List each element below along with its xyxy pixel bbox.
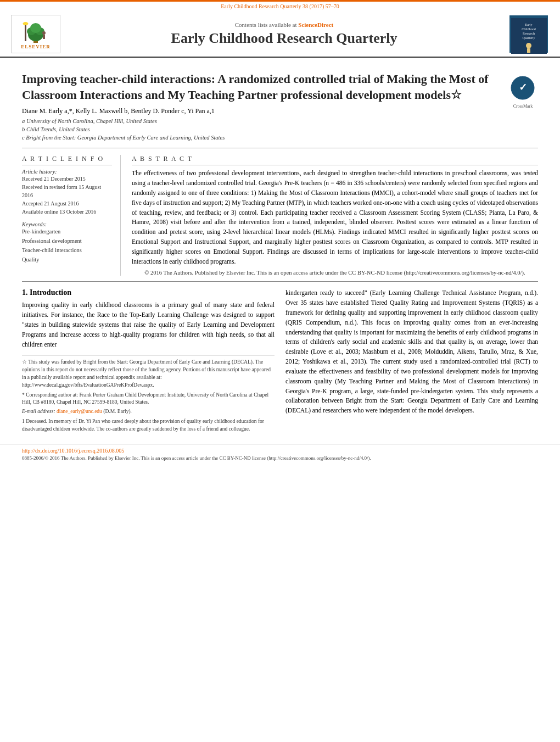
- svg-text:Childhood: Childhood: [522, 27, 535, 31]
- doi-link[interactable]: http://dx.doi.org/10.1016/j.ecresq.2016.…: [22, 448, 124, 454]
- main-content: Improving teacher-child interactions: A …: [0, 58, 560, 438]
- crossmark-icon: ✓: [511, 76, 535, 101]
- abstract-title: A B S T R A C T: [132, 155, 538, 165]
- journal-title-header: Early Childhood Research Quarterly: [60, 30, 508, 47]
- journal-top-info: Early Childhood Research Quarterly 38 (2…: [0, 2, 560, 10]
- svg-text:Early: Early: [525, 23, 532, 26]
- affiliation-a: a University of North Carolina, Chapel H…: [22, 118, 508, 126]
- crossmark-block: ✓ CrossMark: [508, 71, 538, 109]
- abstract-col: A B S T R A C T The effectiveness of two…: [132, 155, 538, 276]
- journal-header: ELSEVIER Contents lists available at Sci…: [0, 10, 560, 58]
- keywords-block: Keywords: Pre-kindergarten Professional …: [22, 221, 112, 264]
- keywords-label: Keywords:: [22, 221, 112, 227]
- copyright-line: © 2016 The Authors. Published by Elsevie…: [132, 270, 538, 276]
- journal-logo-right: Early Childhood Research Quarterly: [508, 15, 549, 53]
- available-date: Available online 13 October 2016: [22, 208, 112, 216]
- article-title: Improving teacher-child interactions: A …: [22, 71, 508, 103]
- section-1-left-text: Improving quality in early childhood cla…: [22, 300, 275, 349]
- affiliation-c: c Bright from the Start: Georgia Departm…: [22, 134, 508, 142]
- keyword-2: Professional development: [22, 237, 112, 246]
- section-1-right-text: kindergarten ready to succeed" (Early Le…: [285, 288, 538, 416]
- affiliation-b: b Child Trends, United States: [22, 126, 508, 134]
- keyword-4: Quality: [22, 255, 112, 265]
- sciencedirect-line: Contents lists available at ScienceDirec…: [60, 21, 508, 28]
- journal-citation: Early Childhood Research Quarterly 38 (2…: [221, 3, 339, 9]
- section-1-heading: 1. Introduction: [22, 288, 275, 297]
- abstract-text: The effectiveness of two professional de…: [132, 169, 538, 266]
- footnote-corresponding: * Corresponding author at: Frank Porter …: [22, 392, 275, 407]
- accepted-date: Accepted 21 August 2016: [22, 199, 112, 208]
- svg-text:Quarterly: Quarterly: [522, 36, 535, 40]
- doi-line: http://dx.doi.org/10.1016/j.ecresq.2016.…: [22, 448, 538, 454]
- article-two-col: A R T I C L E I N F O Article history: R…: [22, 155, 538, 282]
- svg-point-7: [42, 31, 46, 35]
- page-footer: http://dx.doi.org/10.1016/j.ecresq.2016.…: [0, 444, 560, 463]
- abstract-body-text: The effectiveness of two professional de…: [132, 170, 538, 264]
- footnote-email: E-mail address: diane_early@unc.edu (D.M…: [22, 408, 275, 416]
- footnote-star-text: ☆ This study was funded by Bright from t…: [22, 359, 271, 387]
- sciencedirect-link[interactable]: ScienceDirect: [298, 21, 333, 28]
- email-link[interactable]: diane_early@unc.edu: [57, 409, 102, 414]
- footnote-1: 1 Deceased. In memory of Dr. Yi Pan who …: [22, 418, 275, 433]
- keywords-list: Pre-kindergarten Professional developmen…: [22, 227, 112, 264]
- article-title-section: Improving teacher-child interactions: A …: [22, 63, 538, 148]
- keyword-3: Teacher-child interactions: [22, 246, 112, 255]
- footnote-star: ☆ This study was funded by Bright from t…: [22, 359, 275, 389]
- article-info-col: A R T I C L E I N F O Article history: R…: [22, 155, 121, 276]
- svg-point-6: [23, 22, 29, 25]
- revised-date: Received in revised form 15 August 2016: [22, 183, 112, 199]
- svg-text:✓: ✓: [519, 82, 527, 93]
- elsevier-text: ELSEVIER: [21, 44, 51, 49]
- article-info-title: A R T I C L E I N F O: [22, 155, 112, 165]
- svg-point-14: [526, 43, 531, 48]
- keyword-1: Pre-kindergarten: [22, 227, 112, 237]
- svg-rect-8: [43, 35, 45, 39]
- journal-logo-box: Early Childhood Research Quarterly: [509, 15, 548, 53]
- elsevier-tree-icon: [19, 19, 52, 44]
- body-right-col: kindergarten ready to succeed" (Early Le…: [285, 288, 538, 433]
- received-date: Received 21 December 2015: [22, 175, 112, 183]
- svg-rect-15: [527, 48, 530, 53]
- journal-logo-icon: Early Childhood Research Quarterly: [511, 18, 547, 54]
- header-center: Contents lists available at ScienceDirec…: [60, 21, 508, 47]
- history-label: Article history:: [22, 169, 112, 175]
- copyright-text: © 2016 The Authors. Published by Elsevie…: [144, 270, 525, 276]
- body-two-col: 1. Introduction Improving quality in ear…: [22, 288, 538, 433]
- page: Early Childhood Research Quarterly 38 (2…: [0, 0, 560, 463]
- issn-line: 0885-2006/© 2016 The Authors. Published …: [22, 455, 538, 461]
- affiliations: a University of North Carolina, Chapel H…: [22, 118, 508, 142]
- title-authors-block: Improving teacher-child interactions: A …: [22, 71, 508, 143]
- authors-line: Diane M. Early a,*, Kelly L. Maxwell b, …: [22, 107, 508, 115]
- info-dates: Received 21 December 2015 Received in re…: [22, 175, 112, 216]
- svg-point-4: [30, 23, 41, 33]
- crossmark-label: CrossMark: [508, 104, 538, 109]
- footnotes-section: ☆ This study was funded by Bright from t…: [22, 355, 275, 433]
- svg-rect-5: [25, 25, 26, 41]
- svg-text:Research: Research: [523, 32, 535, 35]
- body-left-col: 1. Introduction Improving quality in ear…: [22, 288, 275, 433]
- elsevier-logo: ELSEVIER: [11, 15, 60, 53]
